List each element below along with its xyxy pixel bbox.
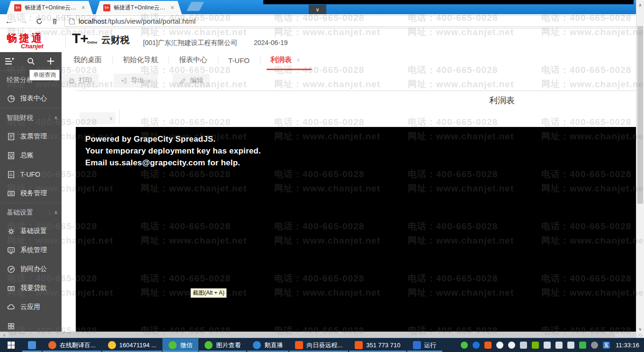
tray-qq[interactable]: [496, 342, 503, 349]
sidebar-item-label: 基础设置: [20, 227, 47, 235]
tray-bluetooth[interactable]: [473, 342, 480, 349]
tab-title: 畅捷通T+Online云财税: [25, 4, 78, 12]
sidebar-item-report[interactable]: T-UFO: [0, 165, 62, 184]
search-icon[interactable]: [27, 57, 35, 65]
portal-tab[interactable]: 利润表: [270, 55, 300, 70]
back-icon[interactable]: ←: [3, 17, 15, 26]
sidebar-item-gear[interactable]: 基础设置: [0, 222, 62, 241]
sidebar-item-monitor[interactable]: 系统管理: [0, 241, 62, 260]
screenshot-tooltip: 截图(Alt + A): [190, 288, 227, 298]
scroll-down-icon[interactable]: [636, 325, 644, 333]
portal-tab[interactable]: 初始化导航: [123, 55, 158, 70]
browser-tab[interactable]: T+ 畅捷通T+Online云财税: [96, 1, 182, 14]
taskbar-item-wechat[interactable]: 微信: [162, 338, 198, 352]
tray-qq[interactable]: [508, 342, 515, 349]
refresh-icon[interactable]: [33, 18, 45, 25]
taskbar-item-qq-number[interactable]: 160471194 ...: [102, 338, 163, 352]
windows-taskbar: 在线翻译百... 160471194 ... 微信 图片查看: [0, 338, 644, 352]
sidebar-item[interactable]: 智能财税: [0, 108, 62, 127]
sidebar-item-label: 总账: [20, 151, 34, 160]
taskbar-item-sunflower-remote[interactable]: 351 773 710: [349, 338, 406, 352]
url-host: localhost: [79, 17, 107, 25]
sidebar-item-pie[interactable]: 报表中心: [0, 89, 62, 108]
portal-tab-label: T-UFO: [228, 56, 250, 64]
sidebar-item-tax[interactable]: 税务管理: [0, 184, 62, 203]
scroll-up-icon[interactable]: [636, 1, 644, 9]
scroll-left-icon[interactable]: [1, 332, 8, 338]
toolbar-button-printer[interactable]: 打印: [62, 73, 98, 88]
collapse-chevron-icon[interactable]: [49, 115, 58, 121]
url-field[interactable]: localhost/tplus/view/portal/portal.html: [64, 15, 638, 27]
tray-icon-shape: [496, 342, 503, 349]
taskbar-clock[interactable]: 11:33:16: [614, 338, 644, 352]
taskbar-item-sunflower-remote[interactable]: 向日葵远程...: [289, 338, 349, 352]
tray-projector-alert[interactable]: [555, 342, 563, 349]
sidebar-item-ledger[interactable]: 总账: [0, 146, 62, 165]
horizontal-scrollbar-thumb[interactable]: [9, 332, 615, 337]
notification-dropdown-button[interactable]: [309, 5, 326, 15]
taskbar-app-icon: [413, 341, 421, 349]
taskbar-app-label: 微信: [180, 341, 192, 350]
portal-tab[interactable]: 我的桌面: [73, 55, 102, 70]
tray-wechat[interactable]: [461, 342, 468, 349]
horizontal-scrollbar[interactable]: [0, 332, 636, 338]
taskbar-item-image-viewer[interactable]: 图片查看: [198, 338, 247, 352]
taskbar-item-calculator[interactable]: [22, 338, 42, 352]
portal-tab-label: 报表中心: [179, 55, 207, 64]
start-button[interactable]: [0, 338, 22, 352]
sidebar-item-icon: [7, 189, 16, 198]
chevron-down-icon[interactable]: [147, 78, 151, 83]
taskbar-app-label: 向日葵远程...: [306, 341, 342, 350]
portal-tab[interactable]: T-UFO: [228, 56, 250, 70]
portal-tab[interactable]: 报表中心: [179, 55, 207, 70]
tray-sunflower[interactable]: [484, 342, 492, 349]
vertical-scrollbar-thumb[interactable]: [637, 26, 643, 204]
portal-tab-close-icon[interactable]: [296, 56, 300, 64]
tray-volume[interactable]: [567, 342, 574, 349]
taskbar-item-goose-live[interactable]: 鹅直播: [247, 338, 289, 352]
tab-close-icon[interactable]: [170, 4, 174, 11]
taskbar-app-label: 351 773 710: [366, 342, 400, 349]
toolbar-button-label: 打印: [79, 76, 92, 85]
sidebar-item-icon: [7, 227, 16, 236]
tray-wifi[interactable]: [520, 342, 527, 349]
taskbar-app-label: 运行: [424, 341, 437, 350]
vertical-scrollbar[interactable]: [636, 0, 644, 338]
tab-close-icon[interactable]: [81, 4, 85, 11]
forward-icon[interactable]: →: [18, 17, 30, 26]
tray-ime-wubi[interactable]: 五: [603, 342, 610, 349]
taskbar-app-icon: [295, 341, 303, 349]
add-icon[interactable]: [46, 57, 55, 65]
sidebar-item-cloud[interactable]: 云应用: [0, 298, 62, 316]
tray-icon-shape: [508, 342, 515, 349]
taskbar-app-icon: [108, 341, 116, 349]
tray-icon-shape: 五: [603, 342, 610, 349]
collapse-chevron-icon[interactable]: [49, 209, 58, 216]
sidebar-item-loan[interactable]: 我要贷款: [0, 279, 62, 298]
taskbar-item-translate-browser[interactable]: 在线翻译百...: [42, 338, 102, 352]
resize-grip[interactable]: [638, 334, 643, 337]
period-dropdown[interactable]: [80, 112, 116, 124]
new-tab-button[interactable]: [187, 2, 204, 11]
tray-icon-shape: [567, 342, 574, 349]
taskbar-app-icon: [48, 341, 56, 349]
dropdown-separator: [119, 110, 120, 124]
tray-usb[interactable]: [544, 342, 551, 349]
sidebar-item-icon: [7, 284, 16, 293]
tray-security-check[interactable]: [579, 342, 586, 349]
tray-nvidia[interactable]: [532, 342, 539, 349]
sidebar-item-app[interactable]: [0, 316, 62, 332]
taskbar-app-icon: [253, 341, 261, 349]
browser-tab[interactable]: T+ 畅捷通T+Online云财税: [7, 1, 93, 14]
sidebar-item-label: 云应用: [20, 303, 40, 311]
sidebar-item[interactable]: 基础设置: [0, 203, 62, 222]
menu-icon[interactable]: [5, 58, 15, 65]
sidebar-item-invoice[interactable]: 发票管理: [0, 127, 62, 146]
product-name: 云财税: [101, 34, 130, 46]
toolbar-button-edit[interactable]: 编辑: [173, 73, 210, 88]
toolbar-button-export[interactable]: 导出: [114, 73, 157, 88]
taskbar-item-run[interactable]: 运行: [407, 338, 443, 352]
trash-icon[interactable]: [48, 18, 61, 25]
sidebar-item-compass[interactable]: 协同办公: [0, 260, 62, 279]
tray-exit[interactable]: [591, 342, 598, 349]
